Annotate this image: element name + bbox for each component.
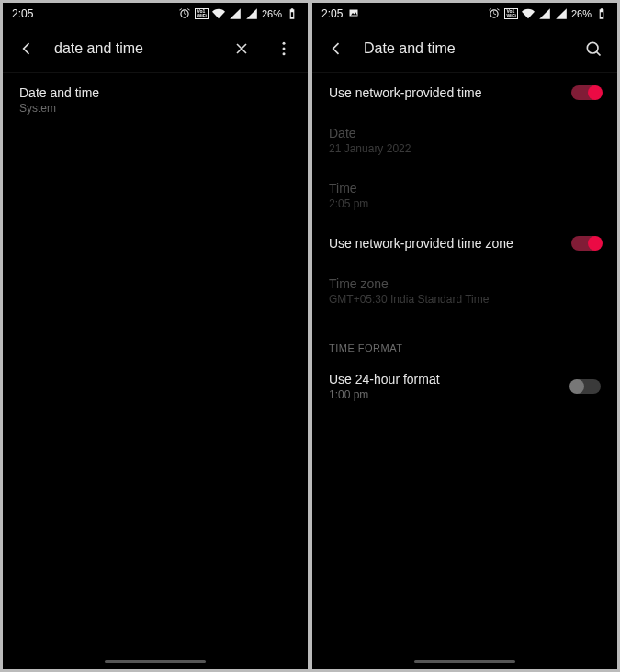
svg-point-2 <box>283 41 286 44</box>
row-date: Date 21 January 2022 <box>312 113 617 168</box>
volte-icon: Vo1WiFi <box>504 8 518 19</box>
clear-button[interactable] <box>227 34 256 63</box>
search-icon <box>584 39 603 58</box>
signal-icon <box>538 7 551 20</box>
row-network-time[interactable]: Use network-provided time <box>312 73 617 113</box>
row-label: Use network-provided time zone <box>329 236 571 251</box>
row-24hour[interactable]: Use 24-hour format 1:00 pm <box>312 359 617 414</box>
alarm-icon <box>178 7 191 20</box>
search-result-date-time[interactable]: Date and time System <box>3 73 308 128</box>
svg-point-7 <box>587 42 598 53</box>
search-query[interactable]: date and time <box>54 40 214 57</box>
status-time: 2:05 <box>12 7 33 20</box>
wifi-icon <box>522 7 535 20</box>
toggle-network-zone[interactable] <box>571 236 601 251</box>
search-button[interactable] <box>579 34 608 63</box>
close-icon <box>232 39 251 58</box>
battery-icon <box>286 7 299 20</box>
row-network-zone[interactable]: Use network-provided time zone <box>312 223 617 263</box>
wifi-icon <box>212 7 225 20</box>
row-time: Time 2:05 pm <box>312 168 617 223</box>
screenshot-icon <box>348 7 359 21</box>
row-label: Date <box>329 126 601 140</box>
settings-header: Date and time <box>312 25 617 73</box>
signal-icon-2 <box>245 7 258 20</box>
back-button[interactable] <box>321 34 351 63</box>
status-bar: 2:05 Vo1WiFi 26% <box>3 3 308 25</box>
result-subtitle: System <box>19 102 291 115</box>
overflow-button[interactable] <box>269 34 299 63</box>
toggle-network-time[interactable] <box>571 85 601 100</box>
svg-point-3 <box>283 47 286 50</box>
svg-line-8 <box>596 51 600 55</box>
signal-icon <box>229 7 242 20</box>
home-indicator[interactable] <box>105 660 206 663</box>
row-timezone: Time zone GMT+05:30 India Standard Time <box>312 263 617 319</box>
back-icon <box>17 39 36 58</box>
battery-percent: 26% <box>571 8 592 19</box>
phone-right: 2:05 Vo1WiFi 26% Date and time Use netwo… <box>312 3 617 669</box>
status-icons: Vo1WiFi 26% <box>488 7 608 20</box>
row-label: Use network-provided time <box>329 85 571 100</box>
status-time: 2:05 <box>321 7 343 20</box>
page-title: Date and time <box>364 40 566 57</box>
row-value: GMT+05:30 India Standard Time <box>329 293 601 306</box>
search-results: Date and time System <box>3 73 308 669</box>
search-header: date and time <box>3 25 308 73</box>
back-button[interactable] <box>12 34 41 63</box>
settings-list: Use network-provided time Date 21 Januar… <box>312 73 617 669</box>
more-vert-icon <box>275 39 293 58</box>
row-value: 2:05 pm <box>329 197 601 210</box>
row-value: 21 January 2022 <box>329 142 601 155</box>
phone-left: 2:05 Vo1WiFi 26% date and time Date and … <box>3 3 308 669</box>
status-icons: Vo1WiFi 26% <box>178 7 299 20</box>
result-title: Date and time <box>19 85 291 100</box>
toggle-24hour[interactable] <box>571 379 601 394</box>
svg-point-4 <box>283 52 286 55</box>
section-time-format: TIME FORMAT <box>312 319 617 359</box>
alarm-icon <box>488 7 501 20</box>
status-bar: 2:05 Vo1WiFi 26% <box>312 3 617 25</box>
row-value: 1:00 pm <box>329 388 571 401</box>
row-label: Time zone <box>329 276 601 291</box>
volte-icon: Vo1WiFi <box>195 8 209 19</box>
row-label: Time <box>329 181 601 196</box>
back-icon <box>327 39 345 58</box>
home-indicator[interactable] <box>414 660 515 663</box>
battery-percent: 26% <box>262 8 282 19</box>
row-label: Use 24-hour format <box>329 372 571 386</box>
signal-icon-2 <box>555 7 568 20</box>
battery-icon <box>595 7 608 20</box>
